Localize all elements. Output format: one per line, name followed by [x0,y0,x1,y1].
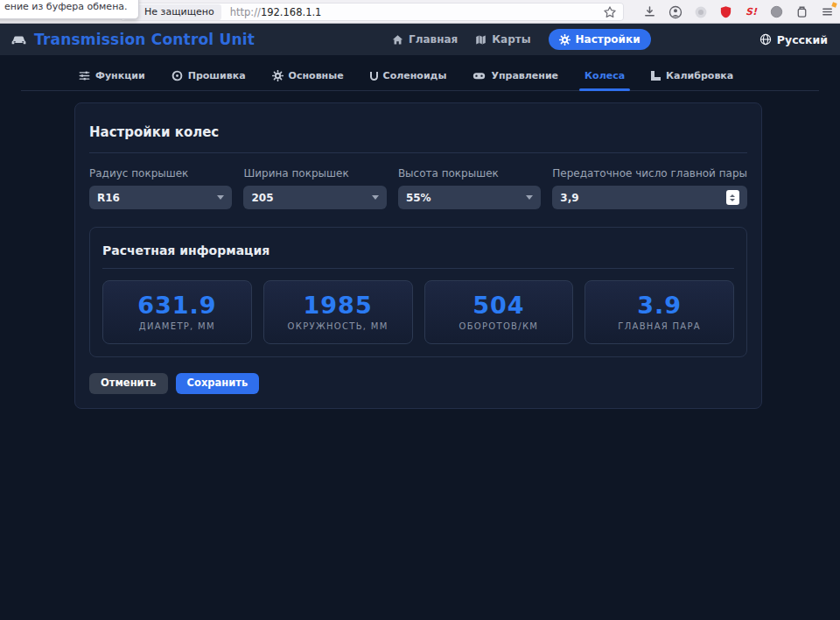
browser-chrome: Не защищено http://192.168.1.1 [0,0,840,24]
field-final-drive: Передаточное число главной пары 3,9 [552,167,747,209]
url-host: 192.168.1.1 [261,6,322,18]
map-icon [475,34,486,46]
globe-icon [760,33,772,46]
stat-circumference: 1985 ОКРУЖНОСТЬ, ММ [263,280,413,344]
screen: Не защищено http://192.168.1.1 [0,0,840,620]
field-tire-width: Ширина покрышек 205 [243,167,386,209]
chip-icon [172,70,183,81]
account-icon[interactable] [668,4,682,19]
language-selector[interactable]: Русский [760,24,828,55]
tab-wheels[interactable]: Колеса [584,70,625,90]
stat-label: ДИАМЕТР, ММ [139,321,215,331]
stat-revs-per-km: 504 ОБОРОТОВ/КМ [424,280,574,344]
url-text[interactable]: http://192.168.1.1 [230,6,322,18]
tab-solenoids[interactable]: Соленоиды [370,70,447,90]
gamepad-icon [472,71,486,81]
field-label: Радиус покрышек [89,167,232,180]
tab-general[interactable]: Основные [272,70,344,90]
stat-diameter: 631.9 ДИАМЕТР, ММ [102,280,252,344]
stat-value: 1985 [304,293,373,317]
brand[interactable]: Transmission Control Unit [10,31,255,48]
main-nav: Главная Карты [392,24,651,55]
cancel-button[interactable]: Отменить [89,373,168,394]
stats-grid: 631.9 ДИАМЕТР, ММ 1985 ОКРУЖНОСТЬ, ММ 50… [102,280,734,344]
browser-toolbar: S! [642,4,835,19]
tab-firmware[interactable]: Прошивка [172,70,246,90]
chevron-down-icon [372,195,379,200]
form-actions: Отменить Сохранить [89,373,747,394]
jar-icon[interactable] [794,4,809,19]
gear-icon [272,70,284,81]
wheel-fields: Радиус покрышек R16 Ширина покрышек 205 … [89,167,747,209]
sliders-icon [79,70,90,81]
field-tire-height: Высота покрышек 55% [398,167,541,209]
chevron-down-icon [526,195,533,200]
url-bar[interactable]: Не защищено http://192.168.1.1 [120,3,624,21]
tab-functions[interactable]: Функции [79,70,145,90]
extension-icon[interactable] [693,4,708,19]
magnet-icon [370,72,378,81]
stat-final-drive: 3.9 ГЛАВНАЯ ПАРА [584,280,734,344]
field-tire-radius: Радиус покрышек R16 [89,167,232,209]
clipboard-tooltip: ение из буфера обмена. [0,0,139,19]
menu-icon[interactable] [820,4,835,19]
tab-calibration[interactable]: Калибровка [651,70,733,90]
security-label: Не защищено [144,6,214,18]
nav-item-settings[interactable]: Настройки [549,29,651,50]
tire-height-select[interactable]: 55% [398,186,541,209]
ruler-icon [651,71,661,81]
calculated-info-card: Расчетная информация 631.9 ДИАМЕТР, ММ 1… [89,227,747,357]
stat-label: ГЛАВНАЯ ПАРА [618,321,701,331]
save-button[interactable]: Сохранить [176,373,260,394]
stat-value: 504 [472,293,524,317]
wheel-settings-card: Настройки колес Радиус покрышек R16 Шири… [74,102,762,409]
field-label: Передаточное число главной пары [552,167,747,180]
final-drive-input[interactable]: 3,9 [552,186,747,209]
brand-title: Transmission Control Unit [34,31,255,48]
download-icon[interactable] [642,4,657,19]
stat-label: ОБОРОТОВ/КМ [459,321,539,331]
tire-width-select[interactable]: 205 [243,186,386,209]
app-header: Transmission Control Unit Главная [0,24,840,55]
stat-label: ОКРУЖНОСТЬ, ММ [288,321,388,331]
tab-control[interactable]: Управление [472,70,558,90]
tire-radius-select[interactable]: R16 [89,186,232,209]
adblock-shield-icon[interactable] [718,4,733,19]
settings-tabs: Функции Прошивка [21,55,819,91]
field-label: Высота покрышек [398,167,541,180]
stat-value: 3.9 [637,293,682,317]
s-alert-icon[interactable]: S! [744,4,759,19]
card-title: Настройки колес [89,117,747,153]
bookmark-star-icon[interactable] [603,5,617,19]
nav-item-maps[interactable]: Карты [475,33,530,46]
sphere-icon[interactable] [769,4,784,19]
chevron-down-icon [217,195,224,200]
stat-value: 631.9 [137,293,216,317]
nav-item-home[interactable]: Главная [392,33,458,46]
calculated-info-title: Расчетная информация [102,240,734,269]
number-spinner[interactable] [726,190,739,205]
home-icon [392,34,403,46]
car-icon [10,33,27,46]
field-label: Ширина покрышек [243,167,386,180]
gear-icon [559,34,570,46]
url-scheme: http:// [230,6,261,18]
language-label: Русский [777,33,828,46]
